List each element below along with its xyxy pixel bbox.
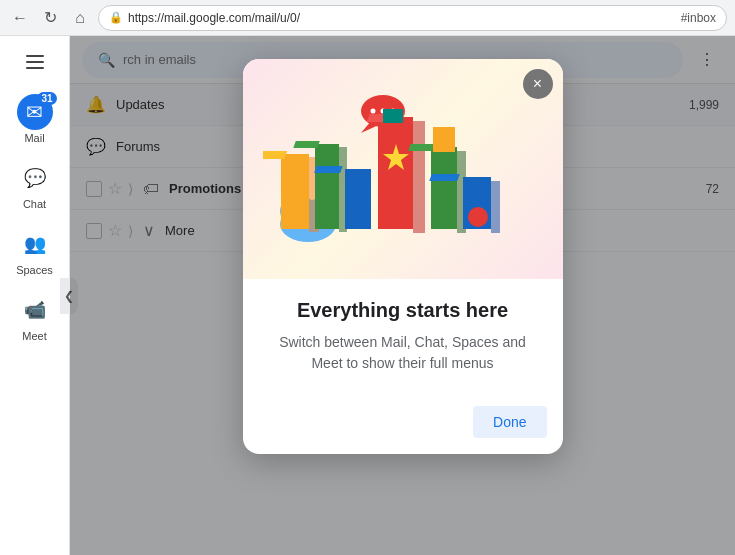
back-button[interactable]: ← [8,6,32,30]
svg-point-27 [468,207,488,227]
svg-rect-21 [408,144,437,151]
svg-rect-20 [431,147,457,229]
svg-point-5 [370,108,375,113]
sidebar-item-chat-label: Chat [23,198,46,210]
svg-rect-8 [281,154,309,229]
chat-icon: 💬 [17,160,53,196]
sidebar-item-meet-label: Meet [22,330,46,342]
modal-body: Everything starts here Switch between Ma… [243,279,563,406]
svg-rect-15 [314,166,343,173]
close-icon: × [533,75,542,93]
hash-text: #inbox [681,11,716,25]
app-container: ✉ 31 Mail 💬 Chat 👥 Spaces 📹 Meet ❮ 🔍 [0,36,735,555]
svg-rect-18 [413,121,425,233]
modal-title: Everything starts here [267,299,539,322]
modal-footer: Done [243,406,563,454]
spaces-icon: 👥 [17,226,53,262]
sidebar-item-meet[interactable]: 📹 Meet [0,286,69,348]
meet-icon: 📹 [17,292,53,328]
svg-rect-11 [315,144,339,229]
done-button[interactable]: Done [473,406,546,438]
hamburger-menu-button[interactable] [17,44,53,80]
sidebar-item-mail[interactable]: ✉ 31 Mail [0,88,69,150]
modal-illustration: × [243,59,563,279]
svg-rect-28 [383,109,403,123]
url-text: https://mail.google.com/mail/u/0/ [128,11,676,25]
svg-rect-14 [345,169,371,229]
sidebar-item-mail-label: Mail [24,132,44,144]
svg-rect-16 [378,117,413,229]
svg-rect-12 [293,141,320,148]
sidebar-item-spaces[interactable]: 👥 Spaces [0,220,69,282]
content-area: 🔍 rch in emails ⋮ 🔔 Updates 1,999 💬 Foru… [70,36,735,555]
reload-button[interactable]: ↻ [38,6,62,30]
address-bar[interactable]: 🔒 https://mail.google.com/mail/u/0/ #inb… [98,5,727,31]
modal-dialog: × [243,59,563,454]
lock-icon: 🔒 [109,11,123,24]
svg-rect-9 [263,151,287,159]
sidebar-item-chat[interactable]: 💬 Chat [0,154,69,216]
modal-close-button[interactable]: × [523,69,553,99]
blocks-illustration [263,69,543,269]
sidebar-item-spaces-label: Spaces [16,264,53,276]
svg-rect-26 [433,127,455,152]
mail-badge: 31 [37,92,56,105]
modal-description: Switch between Mail, Chat, Spaces and Me… [267,332,539,374]
browser-chrome: ← ↻ ⌂ 🔒 https://mail.google.com/mail/u/0… [0,0,735,36]
svg-rect-25 [491,181,500,233]
svg-rect-24 [429,174,460,181]
home-button[interactable]: ⌂ [68,6,92,30]
